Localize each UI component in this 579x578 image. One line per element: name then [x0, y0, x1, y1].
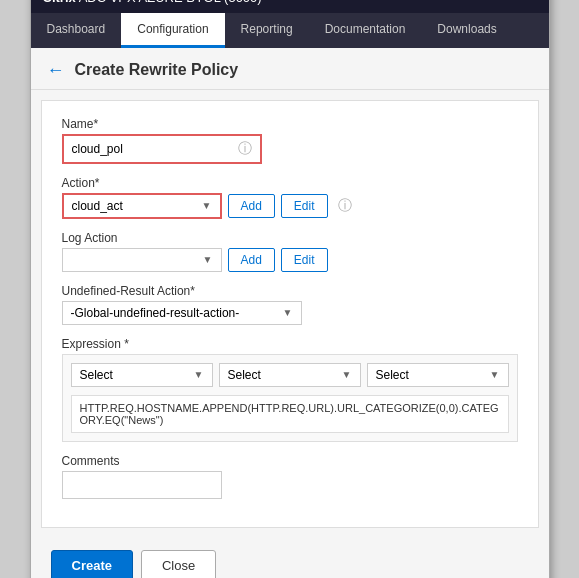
title-bar: Citrix ADC VPX AZURE BYOL (5000) — [31, 0, 549, 13]
comments-row: Comments — [62, 454, 518, 499]
info-icon: ⓘ — [238, 140, 252, 158]
undefined-controls: -Global-undefined-result-action- ▼ — [62, 301, 518, 325]
action-add-button[interactable]: Add — [228, 194, 275, 218]
action-row: Action* cloud_act ▼ Add Edit ⓘ — [62, 176, 518, 219]
nav-item-configuration[interactable]: Configuration — [121, 13, 224, 48]
undefined-row: Undefined-Result Action* -Global-undefin… — [62, 284, 518, 325]
expression-selects: Select ▼ Select ▼ Select — [71, 363, 509, 387]
name-input[interactable] — [72, 142, 234, 156]
log-action-label: Log Action — [62, 231, 518, 245]
action-select[interactable]: cloud_act — [72, 199, 202, 213]
nav-item-documentation[interactable]: Documentation — [309, 13, 422, 48]
action-info-icon: ⓘ — [338, 197, 352, 215]
expr-select3[interactable]: Select — [376, 368, 490, 382]
create-button[interactable]: Create — [51, 550, 133, 579]
expr-select2-container: Select ▼ — [219, 363, 361, 387]
log-edit-button[interactable]: Edit — [281, 248, 328, 272]
undefined-label: Undefined-Result Action* — [62, 284, 518, 298]
nav-bar: Dashboard Configuration Reporting Docume… — [31, 13, 549, 48]
log-add-button[interactable]: Add — [228, 248, 275, 272]
page-header: ← Create Rewrite Policy — [31, 48, 549, 90]
back-button[interactable]: ← — [47, 60, 65, 81]
log-action-select[interactable] — [71, 253, 203, 267]
nav-item-downloads[interactable]: Downloads — [421, 13, 512, 48]
action-label: Action* — [62, 176, 518, 190]
expression-box: Select ▼ Select ▼ Select — [62, 354, 518, 442]
expression-label: Expression * — [62, 337, 518, 351]
chevron-down-icon: ▼ — [202, 200, 212, 211]
main-window: Citrix ADC VPX AZURE BYOL (5000) Dashboa… — [30, 0, 550, 578]
name-input-container: ⓘ — [62, 134, 262, 164]
nav-item-reporting[interactable]: Reporting — [225, 13, 309, 48]
expression-text: HTTP.REQ.HOSTNAME.APPEND(HTTP.REQ.URL).U… — [71, 395, 509, 433]
log-action-select-container: ▼ — [62, 248, 222, 272]
content-area: ← Create Rewrite Policy Name* ⓘ Action* — [31, 48, 549, 579]
log-chevron-down-icon: ▼ — [203, 254, 213, 265]
form-area: Name* ⓘ Action* cloud_act ▼ Add — [41, 100, 539, 528]
undefined-select-container: -Global-undefined-result-action- ▼ — [62, 301, 302, 325]
expr2-chevron-icon: ▼ — [342, 369, 352, 380]
log-action-row: Log Action ▼ Add Edit — [62, 231, 518, 272]
expr-select2[interactable]: Select — [228, 368, 342, 382]
close-button[interactable]: Close — [141, 550, 216, 579]
expr-select3-container: Select ▼ — [367, 363, 509, 387]
undefined-select[interactable]: -Global-undefined-result-action- — [71, 306, 283, 320]
expression-row: Expression * Select ▼ Select — [62, 337, 518, 442]
expr-select1-container: Select ▼ — [71, 363, 213, 387]
action-edit-button[interactable]: Edit — [281, 194, 328, 218]
nav-item-dashboard[interactable]: Dashboard — [31, 13, 122, 48]
app-title: ADC VPX AZURE BYOL (5000) — [76, 0, 262, 5]
expr1-chevron-icon: ▼ — [194, 369, 204, 380]
log-action-controls: ▼ Add Edit — [62, 248, 518, 272]
action-select-container: cloud_act ▼ — [62, 193, 222, 219]
comments-input[interactable] — [62, 471, 222, 499]
name-row: Name* ⓘ — [62, 117, 518, 164]
brand-name: Citrix — [43, 0, 76, 5]
undefined-chevron-icon: ▼ — [283, 307, 293, 318]
expr3-chevron-icon: ▼ — [490, 369, 500, 380]
comments-label: Comments — [62, 454, 518, 468]
action-controls: cloud_act ▼ Add Edit ⓘ — [62, 193, 518, 219]
page-title: Create Rewrite Policy — [75, 61, 239, 79]
footer-buttons: Create Close — [31, 538, 549, 579]
name-label: Name* — [62, 117, 518, 131]
expr-select1[interactable]: Select — [80, 368, 194, 382]
